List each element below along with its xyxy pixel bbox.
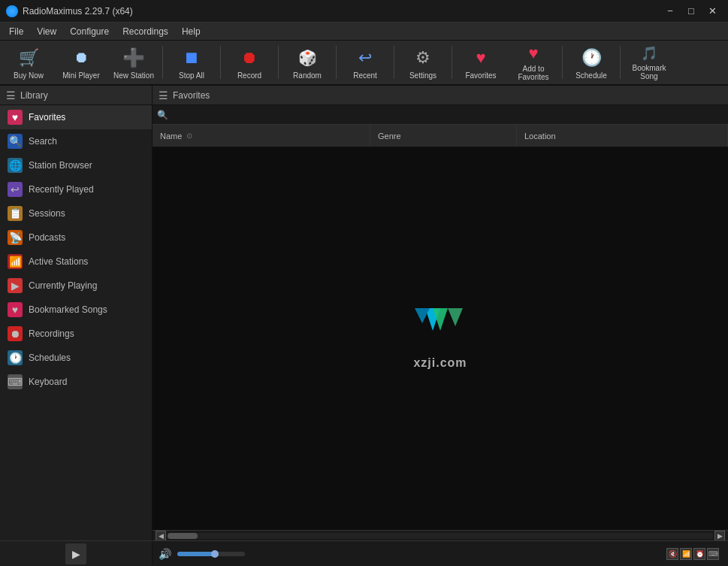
content-area: ☰ Favorites 🔍 Name ⊙ Genre Location — [153, 86, 728, 540]
sidebar-label-recently-played: Recently Played — [29, 184, 94, 195]
scroll-left-button[interactable]: ◀ — [156, 531, 166, 541]
menu-help[interactable]: Help — [176, 25, 207, 38]
mini-player-icon: ⏺ — [69, 46, 93, 70]
sidebar-label-active-stations: Active Stations — [29, 256, 88, 267]
volume-fill — [177, 552, 215, 556]
search-magnifier-icon: 🔍 — [157, 110, 168, 120]
volume-thumb[interactable] — [211, 550, 219, 558]
keyboard-sidebar-icon: ⌨ — [8, 374, 23, 389]
recent-button[interactable]: ↩ Recent — [340, 41, 391, 83]
recordings-sidebar-icon: ⏺ — [8, 326, 23, 341]
status-icon-2: 📶 — [680, 548, 692, 560]
sidebar-label-podcasts: Podcasts — [29, 232, 65, 243]
favorites-button[interactable]: ♥ Favorites — [455, 41, 506, 83]
menu-view[interactable]: View — [31, 25, 62, 38]
status-icon-1: 🔇 — [666, 548, 678, 560]
sidebar-label-recordings: Recordings — [29, 328, 74, 339]
bookmark-song-button[interactable]: 🎵 Bookmark Song — [624, 41, 675, 83]
sidebar-item-search[interactable]: 🔍 Search — [0, 129, 152, 153]
record-label: Record — [237, 71, 261, 80]
sessions-sidebar-icon: 📋 — [8, 206, 23, 221]
column-header-genre: Genre — [370, 125, 517, 147]
bookmark-song-label: Bookmark Song — [627, 64, 672, 80]
settings-button[interactable]: ⚙ Settings — [397, 41, 449, 83]
sidebar-item-keyboard[interactable]: ⌨ Keyboard — [0, 370, 152, 394]
svg-marker-1 — [415, 308, 430, 323]
buy-now-icon: 🛒 — [17, 46, 41, 70]
close-button[interactable]: ✕ — [702, 4, 722, 19]
toolbar-divider-3 — [278, 46, 279, 79]
volume-slider[interactable] — [177, 552, 245, 556]
sidebar-item-recordings[interactable]: ⏺ Recordings — [0, 322, 152, 346]
new-station-button[interactable]: ➕ New Station — [108, 41, 159, 83]
random-button[interactable]: 🎲 Random — [282, 41, 333, 83]
sidebar-label-currently-playing: Currently Playing — [29, 280, 97, 291]
menu-file[interactable]: File — [3, 25, 29, 38]
watermark: xzji.com — [410, 308, 470, 370]
toolbar-divider-4 — [336, 46, 337, 79]
column-sort-icon[interactable]: ⊙ — [186, 132, 192, 140]
mini-player-button[interactable]: ⏺ Mini Player — [56, 41, 107, 83]
schedule-label: Schedule — [575, 71, 607, 80]
mini-player-label: Mini Player — [62, 71, 99, 80]
recent-label: Recent — [353, 71, 377, 80]
stop-all-button[interactable]: ⏹ Stop All — [166, 41, 217, 83]
play-button[interactable]: ▶ — [65, 543, 86, 564]
content-search-input[interactable] — [171, 110, 723, 120]
column-header-location: Location — [517, 125, 728, 147]
toolbar-divider-5 — [394, 46, 394, 79]
minimize-button[interactable]: − — [660, 4, 680, 19]
sidebar-menu-icon[interactable]: ☰ — [6, 89, 16, 101]
toolbar-divider-8 — [620, 46, 621, 79]
window-title: RadioMaximus 2.29.7 (x64) — [23, 6, 133, 17]
schedule-icon: 🕐 — [579, 46, 603, 70]
title-bar-left: RadioMaximus 2.29.7 (x64) — [6, 5, 133, 17]
sidebar-label-keyboard: Keyboard — [29, 377, 67, 387]
sidebar-item-currently-playing[interactable]: ▶ Currently Playing — [0, 274, 152, 298]
record-button[interactable]: ⏺ Record — [224, 41, 275, 83]
maximize-button[interactable]: □ — [681, 4, 701, 19]
content-body: xzji.com — [153, 147, 728, 530]
watermark-text: xzji.com — [413, 356, 467, 370]
recently-played-sidebar-icon: ↩ — [8, 182, 23, 197]
menu-recordings[interactable]: Recordings — [116, 25, 174, 38]
bookmarked-songs-sidebar-icon: ♥ — [8, 302, 23, 317]
schedules-sidebar-icon: 🕐 — [8, 350, 23, 365]
toolbar-divider-2 — [220, 46, 221, 79]
sidebar-label-sessions: Sessions — [29, 208, 65, 219]
sidebar-item-podcasts[interactable]: 📡 Podcasts — [0, 225, 152, 250]
scroll-track[interactable] — [168, 533, 713, 539]
column-headers: Name ⊙ Genre Location — [153, 125, 728, 147]
sidebar-item-station-browser[interactable]: 🌐 Station Browser — [0, 153, 152, 177]
scroll-thumb[interactable] — [168, 533, 198, 539]
main-area: ☰ Library ♥ Favorites 🔍 Search 🌐 Station… — [0, 86, 728, 540]
sidebar-header: ☰ Library — [0, 86, 152, 105]
sidebar-item-favorites[interactable]: ♥ Favorites — [0, 105, 152, 129]
sidebar-header-label: Library — [20, 90, 48, 101]
toolbar-divider-1 — [162, 46, 163, 79]
favorites-icon: ♥ — [469, 46, 493, 70]
sidebar-item-recently-played[interactable]: ↩ Recently Played — [0, 177, 152, 201]
sidebar-item-sessions[interactable]: 📋 Sessions — [0, 201, 152, 225]
sidebar-label-station-browser: Station Browser — [29, 160, 92, 171]
toolbar-divider-7 — [562, 46, 563, 79]
title-bar-controls: − □ ✕ — [660, 4, 722, 19]
sidebar-item-active-stations[interactable]: 📶 Active Stations — [0, 250, 152, 274]
sidebar-item-bookmarked-songs[interactable]: ♥ Bookmarked Songs — [0, 298, 152, 322]
sidebar-item-schedules[interactable]: 🕐 Schedules — [0, 346, 152, 370]
watermark-svg — [410, 308, 470, 353]
content-title: Favorites — [173, 90, 210, 101]
scroll-right-button[interactable]: ▶ — [714, 531, 725, 541]
content-horizontal-scrollbar[interactable]: ◀ ▶ — [153, 530, 728, 540]
title-bar: RadioMaximus 2.29.7 (x64) − □ ✕ — [0, 0, 728, 23]
app-icon — [6, 5, 18, 17]
station-browser-sidebar-icon: 🌐 — [8, 158, 23, 173]
stop-all-icon: ⏹ — [180, 46, 204, 70]
menu-configure[interactable]: Configure — [64, 25, 115, 38]
content-search-bar: 🔍 — [153, 105, 728, 125]
volume-icon: 🔊 — [159, 548, 171, 560]
add-to-favorites-button[interactable]: ♥ Add to Favorites — [508, 41, 559, 83]
buy-now-button[interactable]: 🛒 Buy Now — [3, 41, 54, 83]
schedule-button[interactable]: 🕐 Schedule — [566, 41, 617, 83]
content-header: ☰ Favorites — [153, 86, 728, 105]
